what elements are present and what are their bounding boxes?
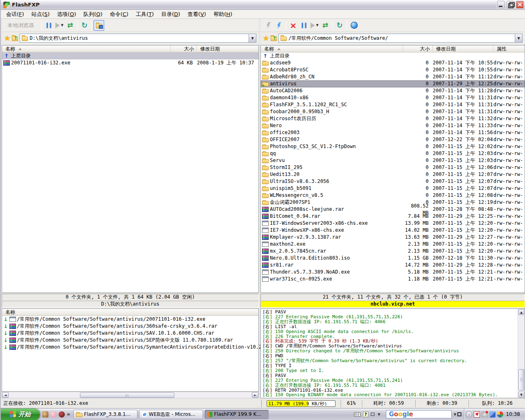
file-row[interactable]: FlashFXP_3.5.1.1202_RC1_SC 0 2007-11-14 … xyxy=(261,101,525,108)
file-row[interactable]: maxthon2.exe 2.13 MB 2007-11-15 上午 12:20… xyxy=(261,241,525,248)
restore-button[interactable] xyxy=(506,0,515,9)
file-row[interactable]: AutoCAD2006 0 2007-11-14 下午 11:28 drw-rw… xyxy=(261,87,525,94)
scroll-right-button[interactable]: ► xyxy=(252,392,258,398)
tray-status-icon[interactable] xyxy=(482,411,488,418)
disconnect-button[interactable] xyxy=(274,20,284,31)
menu-item[interactable]: 选项(O) xyxy=(53,10,80,19)
menu-item[interactable]: 工具(T) xyxy=(132,10,158,19)
file-row[interactable]: Nero.8.Ultra.Edition803.iso 1.15 GB 2007… xyxy=(261,255,525,262)
column-attr[interactable]: 属性 xyxy=(493,46,525,52)
file-row[interactable]: wrar371sc_cn-0925.exe 1.18 MB 2007-11-15… xyxy=(261,276,525,283)
file-row[interactable]: sr81.rar 14.72 MB 2007-11-29 上午 12:28 -r… xyxy=(261,262,525,269)
up-directory-icon[interactable]: ↑ xyxy=(12,37,18,41)
site-manager-button[interactable] xyxy=(349,20,359,31)
scroll-down-button[interactable]: ▼ xyxy=(518,392,524,397)
menu-item[interactable]: 站点(S) xyxy=(28,10,53,19)
restore-mini-icon[interactable] xyxy=(371,413,374,416)
transfer-button-remote[interactable]: ⇄ xyxy=(320,20,331,31)
local-browser-toggle[interactable] xyxy=(94,20,104,31)
queue-item[interactable]: ↓ /常用软件/Common Software/Software/antivir… xyxy=(2,330,258,337)
queue-horizontal-scrollbar[interactable]: ◄ ► xyxy=(2,392,259,398)
file-row[interactable]: WLMessengercn_v8.5 0 2007-11-15 上午 12:08… xyxy=(261,192,525,199)
file-row[interactable]: Photoshop_CS3_SC_V1.2-FtpDown 0 2007-11-… xyxy=(261,143,525,150)
chevron-more-icon[interactable]: » xyxy=(67,411,70,417)
column-name[interactable]: 名称 xyxy=(2,46,171,52)
column-name[interactable]: 名称 xyxy=(261,46,403,52)
file-row[interactable]: Kmplayer-v2.9.3.1387.rar 13.63 MB 2007-1… xyxy=(261,234,525,241)
scroll-thumb[interactable] xyxy=(80,393,174,398)
menu-item[interactable]: 命令(C) xyxy=(106,10,132,19)
quick-connect-button[interactable] xyxy=(263,20,274,31)
queue-column-name[interactable]: 名称 xyxy=(2,309,258,316)
file-row[interactable]: mx_2.0.5.7845cn.rar 2.13 MB 2007-11-15 上… xyxy=(261,248,525,255)
file-row[interactable]: office2003 0 2007-11-14 下午 11:56 drw-rw-… xyxy=(261,129,525,136)
up-directory-icon[interactable]: ↑ xyxy=(271,37,277,41)
tray-swirl-icon[interactable] xyxy=(497,411,503,418)
file-row[interactable]: Servu 0 2007-11-15 上午 12:03 drw-rw-rw- xyxy=(261,157,525,164)
taskbar-task-button[interactable]: FlashFXP_3.3.8.1... xyxy=(73,410,137,419)
refresh-button[interactable]: ↻ xyxy=(79,20,90,31)
column-size[interactable]: 大小 xyxy=(171,46,197,52)
file-row[interactable]: AUTOcad2008sc-leejune.rar 808.52 MB 2007… xyxy=(261,206,525,213)
file-row[interactable]: IE7-WindowsXP-x86-chs.exe 14.02 MB 2007-… xyxy=(261,227,525,234)
file-row[interactable]: StormII_295 0 2007-11-15 上午 12:06 drw-rw… xyxy=(261,164,525,171)
tray-thunder-icon[interactable] xyxy=(474,411,480,418)
menu-item[interactable]: 查看(V) xyxy=(184,10,210,19)
combo-dropdown-button[interactable]: ▼ xyxy=(249,34,256,42)
file-row[interactable]: BitComet_0.94.rar 7.84 MB 2007-11-29 上午 … xyxy=(261,213,525,220)
file-row[interactable]: 上层目录 xyxy=(2,52,258,59)
transfer-button[interactable]: ⇄ xyxy=(65,20,75,31)
queue-item[interactable]: ↓ /常用软件/Common Software/Software/antivir… xyxy=(2,337,258,344)
menu-item[interactable]: 目录(D) xyxy=(158,10,184,19)
file-row[interactable]: antivirus 0 2007-11-29 上午 12:25 drw-rw-r… xyxy=(261,80,525,87)
file-row[interactable]: Nero 0 2007-11-14 下午 11:33 drw-rw-rw- xyxy=(261,122,525,129)
chevron-down-icon[interactable]: ▼ xyxy=(454,413,456,416)
column-date[interactable]: 修改日期 xyxy=(197,46,258,52)
abort-button[interactable]: × xyxy=(288,20,299,31)
file-row[interactable]: Uedit13.20 0 2007-11-15 上午 12:07 drw-rw-… xyxy=(261,171,525,178)
quick-launch-icon-2[interactable] xyxy=(50,411,57,418)
pause-queue-button-remote[interactable] xyxy=(299,20,309,31)
start-queue-button-remote[interactable]: ▼ xyxy=(309,20,320,31)
remote-path-combo[interactable]: /常用软件/Common Software/Software/ ▼ xyxy=(278,34,523,43)
scroll-up-button[interactable]: ▲ xyxy=(518,309,524,315)
file-row[interactable]: Thunder.v5.7.3.389.NoAD.exe 5.18 MB 2007… xyxy=(261,269,525,276)
help-icon[interactable]: ? xyxy=(363,411,368,417)
scroll-thumb[interactable] xyxy=(518,369,524,390)
menu-item[interactable]: 帮助(H) xyxy=(210,10,236,19)
scroll-left-button[interactable]: ◄ xyxy=(2,392,9,398)
file-row[interactable]: foobar2000_0.950b3_H 0 2007-11-14 下午 11:… xyxy=(261,108,525,115)
queue-item[interactable]: ↓ /常用软件/Common Software/Software/antivir… xyxy=(2,344,258,351)
google-button-icon[interactable] xyxy=(457,412,461,416)
column-size[interactable]: 大小 xyxy=(403,46,433,52)
file-row[interactable]: Acrobat8ProSC 0 2007-11-14 下午 10:55 drw-… xyxy=(261,66,525,73)
menu-item[interactable]: 会话(F) xyxy=(2,10,28,19)
pause-queue-button[interactable] xyxy=(43,20,54,31)
tray-collapse-icon[interactable]: ‹ xyxy=(466,411,472,418)
column-date[interactable]: 修改日期 xyxy=(433,46,493,52)
file-row[interactable]: 20071101-016-i32.exe 64 KB 2008-1-19 上午 … xyxy=(2,59,258,66)
start-button[interactable]: 开始 xyxy=(1,409,40,420)
minimize-button[interactable] xyxy=(497,0,505,9)
queue-item[interactable]: ↓ /常用软件/Common Software/Software/antivir… xyxy=(2,316,258,323)
menu-item[interactable]: 队列(Q) xyxy=(80,10,106,19)
file-row[interactable]: AdbeRdr80_zh_CN 0 2007-11-14 下午 11:12 dr… xyxy=(261,73,525,80)
file-row[interactable]: 上层目录 xyxy=(261,52,525,59)
queue-item[interactable]: ↓ /常用软件/Common Software/Software/antivir… xyxy=(2,323,258,330)
quick-launch-icon-1[interactable] xyxy=(42,411,48,418)
quick-launch-icon-3[interactable] xyxy=(59,411,65,418)
close-button[interactable] xyxy=(516,0,524,9)
favorites-icon[interactable]: ★ xyxy=(263,35,269,42)
file-row[interactable]: OFFICE2007 0 2007-12-22 下午 02:04 drw-rw-… xyxy=(261,136,525,143)
chevron-down-icon[interactable]: ▼ xyxy=(378,413,380,416)
favorites-icon[interactable]: ★ xyxy=(4,35,10,42)
tray-messenger-icon[interactable] xyxy=(489,411,495,418)
file-row[interactable]: daemon410-x86 0 2007-11-14 下午 11:31 drw-… xyxy=(261,94,525,101)
keyboard-icon[interactable] xyxy=(354,412,361,417)
file-row[interactable]: Microsoft农历日历 0 2007-11-14 下午 11:32 drw-… xyxy=(261,115,525,122)
file-row[interactable]: unispim5_b5091 0 2007-11-15 上午 12:07 drw… xyxy=(261,185,525,192)
taskbar-task-button[interactable]: FlashFXP 199.9 K... xyxy=(205,410,269,419)
local-path-combo[interactable]: D:\我的文档\antivirus ▼ xyxy=(20,34,256,43)
google-search-input[interactable]: Google xyxy=(386,410,452,418)
file-row[interactable]: qq 0 2007-11-15 上午 12:03 drw-rw-rw- xyxy=(261,150,525,157)
